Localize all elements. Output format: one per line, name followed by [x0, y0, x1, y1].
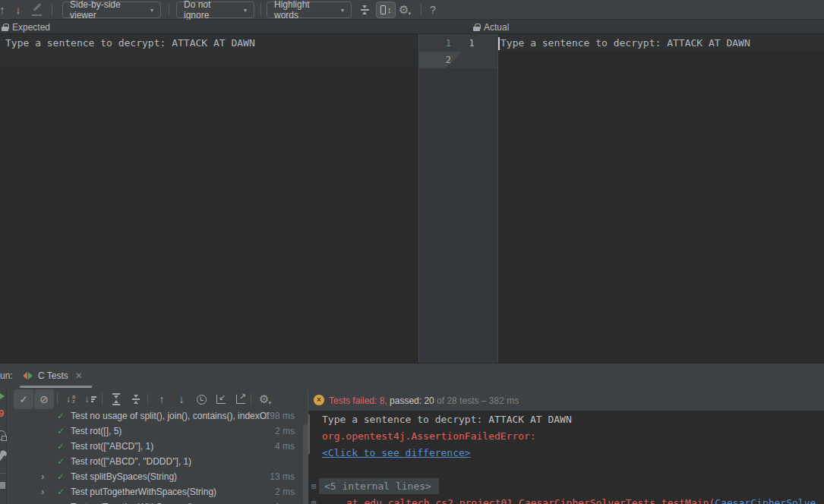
row-highlight	[0, 52, 418, 68]
test-tree-row[interactable]: ✓ Test rot(["ABCD"], 1) 4 ms	[7, 439, 303, 454]
test-tree-row[interactable]: › ✓ Test splitBySpaces(String) 13 ms	[7, 469, 303, 484]
edit-icon[interactable]	[30, 0, 44, 20]
toolbar-separator	[57, 393, 58, 405]
highlight-policy-dropdown[interactable]: Highlight words ▾	[267, 2, 352, 18]
collapse-unchanged-icon[interactable]	[357, 3, 372, 17]
expand-fold-icon[interactable]: ⊞	[311, 495, 319, 504]
no-entry-icon: ⊘	[39, 393, 49, 405]
import-icon: ↙	[216, 395, 226, 404]
viewer-mode-dropdown[interactable]: Side-by-side viewer ▾	[62, 2, 161, 18]
chevron-down-icon: ▾	[408, 11, 411, 16]
expected-code-line[interactable]: Type a sentence to decrypt: ATTACK AT DA…	[5, 35, 255, 52]
chevron-down-icon: ▾	[341, 6, 344, 14]
show-ignored-button[interactable]: ⊘	[34, 389, 54, 409]
test-tree-row[interactable]: ✓ Test no usage of split(), join(), cont…	[7, 408, 303, 424]
test-history-icon[interactable]	[0, 430, 6, 440]
pane-divider	[497, 34, 498, 363]
test-name[interactable]: Test splitBySpaces(String)	[71, 469, 177, 484]
pane-divider	[418, 34, 419, 363]
diff-pane-headers: Expected Actual	[0, 20, 824, 34]
chevron-right-icon[interactable]: ›	[41, 484, 44, 499]
see-difference-link[interactable]: <Click to see difference>	[322, 445, 471, 461]
synchronize-scrolling-button[interactable]: ↕	[376, 2, 396, 18]
test-time: 13 ms	[270, 469, 295, 484]
help-button[interactable]: ?	[425, 0, 440, 20]
actual-pane-header: Actual	[473, 20, 509, 34]
test-settings-button[interactable]: ⚙▾	[255, 389, 275, 409]
test-passed-icon: ✓	[57, 484, 65, 499]
test-time: 4 ms	[275, 439, 295, 454]
test-tree-row[interactable]: › ✓ Test putTogetherWithSpaces() 1 ms	[7, 499, 303, 504]
junit-run-configuration-icon	[23, 372, 33, 380]
test-time: 2 ms	[275, 484, 295, 499]
clock-icon	[197, 395, 207, 405]
chevron-down-icon: ▾	[244, 6, 247, 14]
collapse-all-icon	[132, 395, 140, 405]
passed-count: passed: 20	[387, 395, 434, 406]
chevron-right-icon[interactable]: ›	[41, 499, 44, 504]
chevron-right-icon[interactable]: ›	[41, 469, 44, 484]
test-passed-icon: ✓	[57, 454, 65, 469]
test-tree-row[interactable]: › ✓ Test putTogetherWithSpaces(String) 2…	[7, 484, 303, 499]
console-scrollbar[interactable]	[308, 414, 310, 454]
ignore-policy-label: Do not ignore	[184, 0, 238, 20]
export-test-results-button[interactable]: ↗	[231, 389, 251, 409]
close-tab-icon[interactable]: ✕	[75, 370, 83, 381]
test-name[interactable]: Test no usage of split(), join(), contai…	[71, 408, 269, 424]
sort-by-duration-button[interactable]: ↓	[81, 389, 100, 409]
diff-toolbar: ↑ ↓ Side-by-side viewer ▾ Do not ignore …	[0, 0, 824, 20]
previous-failed-test-button[interactable]: ↑	[152, 389, 172, 409]
test-history-button[interactable]	[191, 389, 211, 409]
text-caret	[498, 37, 500, 50]
sort-alphabetically-button[interactable]: ↓ az	[61, 389, 81, 409]
check-icon: ✓	[19, 393, 28, 405]
line-number: 1	[419, 35, 451, 52]
down-arrow-icon: ↓	[85, 394, 90, 405]
import-test-results-button[interactable]: ↙	[211, 389, 231, 409]
diff-editor-area: Type a sentence to decrypt: ATTACK AT DA…	[0, 34, 824, 363]
expected-pane-title: Expected	[12, 20, 50, 34]
console-stdout-line: Type a sentence to decrypt: ATTACK AT DA…	[322, 411, 572, 428]
test-name[interactable]: Test putTogetherWithSpaces(String)	[71, 484, 216, 499]
export-icon: ↗	[236, 395, 245, 404]
test-tree-row[interactable]: ✓ Test rot(["ABCD", "DDDD"], 1)	[7, 454, 303, 469]
test-passed-icon: ✓	[57, 499, 65, 504]
expand-fold-icon[interactable]: ⊞	[311, 478, 319, 495]
test-runner-panel: un: C Tests ✕ 9 ✓ ⊘ ↓ az ↓	[0, 363, 824, 504]
updown-arrow-icon: ↕	[387, 6, 392, 14]
failed-count: Tests failed: 8,	[329, 395, 387, 406]
previous-difference-icon[interactable]: ↑	[0, 0, 10, 20]
test-time: 198 ms	[265, 408, 295, 424]
toolbar-separator	[147, 393, 148, 405]
pin-icon[interactable]	[0, 482, 5, 489]
editor-settings-button[interactable]: ⚙▾	[399, 0, 411, 20]
test-tree-row[interactable]: ✓ Test rot([], 5) 2 ms	[7, 424, 303, 439]
lock-icon	[473, 24, 480, 31]
rerun-tests-icon[interactable]	[0, 392, 5, 401]
folded-lines-label[interactable]: <5 internal lines>	[324, 478, 431, 495]
expand-all-button[interactable]	[106, 389, 126, 409]
test-tree: ✓ Test no usage of split(), join(), cont…	[7, 408, 303, 504]
tab-label: C Tests	[38, 370, 68, 381]
test-console: Type a sentence to decrypt: ATTACK AT DA…	[308, 411, 824, 504]
test-name[interactable]: Test putTogetherWithSpaces()	[71, 499, 193, 504]
next-difference-icon[interactable]: ↓	[11, 0, 26, 20]
stack-trace-link[interactable]: CaesarCipherSolve	[715, 497, 816, 504]
run-label: un:	[0, 370, 13, 381]
show-passed-button[interactable]: ✓	[14, 389, 33, 409]
test-name[interactable]: Test rot(["ABCD", "DDDD"], 1)	[71, 454, 191, 469]
actual-code-line[interactable]: Type a sentence to decrypt: ATTACK AT DA…	[500, 35, 750, 52]
test-passed-icon: ✓	[57, 408, 65, 424]
collapse-all-button[interactable]	[126, 389, 146, 409]
viewer-mode-label: Side-by-side viewer	[70, 0, 145, 20]
test-name[interactable]: Test rot([], 5)	[71, 424, 122, 439]
test-name[interactable]: Test rot(["ABCD"], 1)	[71, 439, 153, 454]
console-error-line: org.opentest4j.AssertionFailedError:	[322, 428, 536, 445]
diff-gutter	[418, 34, 497, 363]
line-number: 2	[419, 52, 451, 68]
tab-c-tests[interactable]: C Tests ✕	[23, 367, 83, 384]
expected-pane-header: Expected	[2, 20, 50, 34]
ignore-policy-dropdown[interactable]: Do not ignore ▾	[176, 2, 254, 18]
test-time: 1 ms	[275, 499, 295, 504]
next-failed-test-button[interactable]: ↓	[172, 389, 191, 409]
